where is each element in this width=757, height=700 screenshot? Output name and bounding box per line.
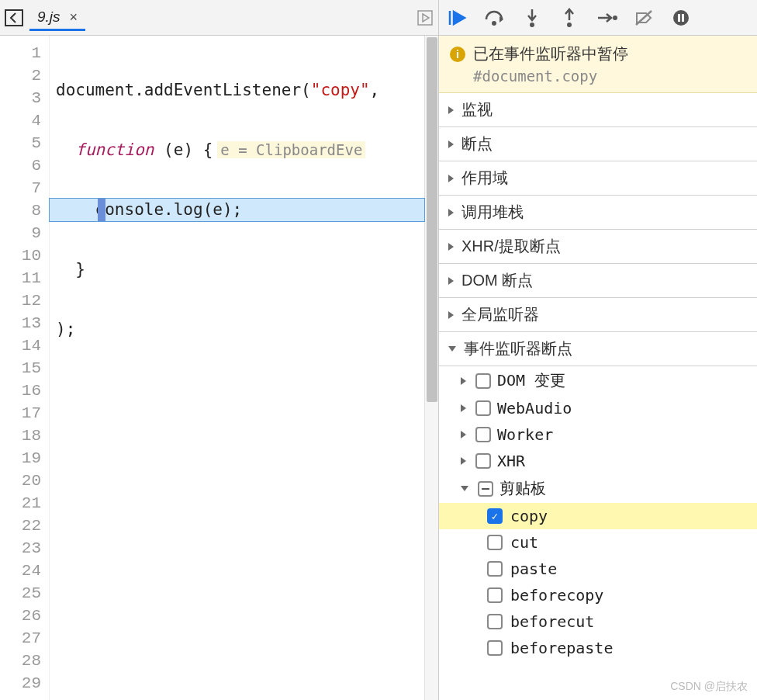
run-snippet-icon[interactable]: [417, 9, 434, 26]
panel-collapse-icon[interactable]: [5, 9, 23, 26]
event-category-xhr[interactable]: XHR: [439, 448, 757, 474]
debugger-panel: i 已在事件监听器中暂停 #document.copy 监视 断点 作用域 调用…: [439, 0, 757, 700]
panel-scope[interactable]: 作用域: [439, 161, 757, 196]
svg-point-5: [613, 16, 617, 20]
paused-detail: #document.copy: [450, 64, 746, 85]
info-icon: i: [450, 47, 465, 62]
pause-exceptions-icon[interactable]: [670, 7, 692, 29]
chevron-right-icon: [448, 175, 454, 182]
watermark: CSDN @启扶农: [670, 680, 748, 694]
inline-value-hint: e = ClipboardEve: [217, 141, 365, 158]
step-icon[interactable]: [596, 7, 617, 29]
checkbox[interactable]: [487, 614, 503, 629]
event-item-cut[interactable]: cut: [439, 529, 757, 556]
event-listener-list: DOM 变更 WebAudio Worker XHR 剪贴板 ✓copy cut…: [439, 366, 757, 661]
chevron-down-icon: [448, 346, 456, 352]
debug-toolbar: [439, 0, 757, 36]
event-item-beforepaste[interactable]: beforepaste: [439, 635, 757, 661]
checkbox-indeterminate[interactable]: [478, 481, 493, 497]
svg-rect-8: [678, 14, 680, 22]
chevron-right-icon: [461, 457, 466, 465]
deactivate-breakpoints-icon[interactable]: [633, 7, 655, 29]
paused-line: console.log(e);: [50, 199, 424, 221]
panel-watch[interactable]: 监视: [439, 93, 757, 127]
event-category-worker[interactable]: Worker: [439, 421, 757, 448]
file-tab[interactable]: 9.js ×: [29, 4, 85, 31]
checkbox[interactable]: [475, 373, 491, 389]
chevron-right-icon: [448, 209, 454, 217]
panel-breakpoints[interactable]: 断点: [439, 127, 757, 161]
svg-point-3: [530, 23, 534, 27]
checkbox[interactable]: [487, 640, 503, 656]
file-tab-label: 9.js: [37, 9, 60, 26]
event-category-clipboard[interactable]: 剪贴板: [439, 474, 757, 503]
checkbox-checked[interactable]: ✓: [487, 508, 503, 524]
scrollbar[interactable]: [424, 36, 438, 700]
step-out-icon[interactable]: [558, 7, 580, 29]
chevron-right-icon: [448, 106, 454, 114]
close-icon[interactable]: ×: [70, 9, 78, 26]
event-item-beforecut[interactable]: beforecut: [439, 608, 757, 635]
resume-icon[interactable]: [447, 7, 468, 29]
code-editor[interactable]: 1234567891011121314151617181920212223242…: [0, 36, 438, 700]
chevron-down-icon: [461, 486, 468, 491]
svg-point-2: [492, 21, 496, 26]
editor-tabbar: 9.js ×: [0, 0, 438, 36]
svg-rect-0: [5, 10, 22, 26]
panel-callstack[interactable]: 调用堆栈: [439, 196, 757, 230]
checkbox[interactable]: [487, 535, 503, 550]
event-item-copy[interactable]: ✓copy: [439, 503, 757, 529]
execution-cursor: [98, 199, 105, 221]
svg-rect-9: [682, 14, 684, 22]
checkbox[interactable]: [475, 400, 491, 416]
chevron-right-icon: [448, 243, 454, 251]
event-item-paste[interactable]: paste: [439, 556, 757, 582]
line-gutter: 1234567891011121314151617181920212223242…: [0, 36, 50, 700]
event-category-webaudio[interactable]: WebAudio: [439, 395, 757, 421]
panel-dom-breakpoints[interactable]: DOM 断点: [439, 264, 757, 298]
panel-xhr-breakpoints[interactable]: XHR/提取断点: [439, 230, 757, 264]
svg-point-4: [567, 23, 572, 27]
step-into-icon[interactable]: [521, 7, 543, 29]
step-over-icon[interactable]: [484, 7, 506, 29]
chevron-right-icon: [448, 140, 454, 148]
source-panel: 9.js × 123456789101112131415161718192021…: [0, 0, 439, 700]
event-item-beforecopy[interactable]: beforecopy: [439, 582, 757, 608]
event-category-dom[interactable]: DOM 变更: [439, 366, 757, 395]
svg-point-7: [673, 10, 689, 26]
panel-event-breakpoints[interactable]: 事件监听器断点: [439, 332, 757, 366]
scrollbar-thumb[interactable]: [427, 37, 437, 402]
checkbox[interactable]: [487, 587, 503, 603]
paused-message: 已在事件监听器中暂停: [473, 43, 628, 64]
checkbox[interactable]: [475, 453, 491, 469]
chevron-right-icon: [448, 311, 454, 319]
checkbox[interactable]: [487, 561, 503, 577]
chevron-right-icon: [461, 377, 466, 385]
paused-banner: i 已在事件监听器中暂停 #document.copy: [439, 36, 757, 93]
chevron-right-icon: [461, 404, 466, 412]
checkbox[interactable]: [475, 427, 491, 442]
code-content[interactable]: document.addEventListener("copy", functi…: [50, 36, 424, 700]
chevron-right-icon: [448, 277, 454, 285]
panel-global-listeners[interactable]: 全局监听器: [439, 298, 757, 332]
chevron-right-icon: [461, 431, 466, 438]
